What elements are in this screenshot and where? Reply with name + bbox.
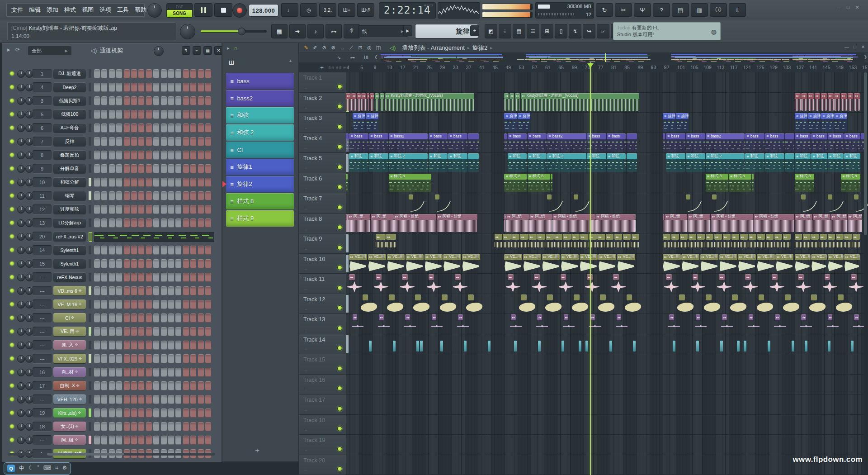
step-cell[interactable]	[168, 69, 174, 78]
step-cell[interactable]	[198, 314, 204, 323]
channel-preview-slot[interactable]	[89, 395, 91, 404]
channel-knob[interactable]	[17, 247, 25, 254]
step-cell[interactable]	[198, 368, 204, 377]
menu-5[interactable]: 选项	[99, 6, 111, 14]
track-enable-led[interactable]	[337, 144, 342, 149]
step-cell[interactable]	[168, 436, 174, 445]
step-cell[interactable]	[131, 124, 137, 133]
mixer-icon[interactable]: ☰	[527, 24, 539, 38]
channel-knob[interactable]	[17, 314, 25, 322]
step-cell[interactable]	[138, 151, 144, 160]
track-enable-led[interactable]	[337, 406, 342, 411]
step-cell[interactable]	[198, 124, 204, 133]
audio-clip[interactable]: ▸▸阿福 - 鼓组	[394, 214, 437, 233]
track-enable-led[interactable]	[337, 225, 342, 230]
step-cell[interactable]	[168, 368, 174, 377]
channel-button[interactable]: 和弦分解	[53, 177, 86, 187]
step-cell[interactable]	[146, 314, 152, 323]
step-cell[interactable]	[198, 246, 204, 255]
step-cell[interactable]	[190, 286, 196, 295]
pattern-clip[interactable]: ▸▸	[669, 314, 674, 333]
step-cell[interactable]	[116, 341, 122, 350]
audio-clip[interactable]: ▸▸	[380, 93, 384, 112]
audio-clip[interactable]: ▸▸	[528, 234, 536, 253]
channel-knob[interactable]	[25, 233, 33, 241]
pattern-clip[interactable]: ≣bass	[528, 133, 547, 152]
step-cell[interactable]	[161, 191, 167, 200]
audio-clip[interactable]: ▸▸	[503, 234, 510, 253]
step-cell[interactable]	[146, 273, 152, 282]
step-cell[interactable]	[175, 218, 181, 228]
track-name[interactable]: Track 3	[303, 115, 322, 121]
step-cell[interactable]	[190, 246, 196, 255]
download-icon[interactable]: ⇩	[729, 3, 746, 17]
audio-clip[interactable]	[488, 341, 491, 352]
channel-preview-slot[interactable]	[89, 246, 91, 254]
step-cell[interactable]	[168, 178, 174, 187]
audio-clip[interactable]	[585, 341, 588, 352]
pattern-item[interactable]: ≣旋律2	[226, 176, 294, 192]
audio-clip[interactable]: ▸▸	[346, 214, 347, 233]
track-name[interactable]: Track 18	[303, 417, 325, 423]
step-cell[interactable]	[198, 83, 204, 92]
track-name[interactable]: Track 4	[303, 135, 322, 142]
step-cell[interactable]	[116, 96, 122, 105]
audio-clip[interactable]: ▸▸	[367, 93, 369, 112]
step-cell[interactable]	[205, 395, 211, 404]
channel-number[interactable]: 10	[33, 177, 52, 187]
pattern-item[interactable]: ≣和弦 2	[226, 124, 294, 141]
quote-icon[interactable]: ”	[38, 465, 39, 472]
channel-enable-led[interactable]	[10, 384, 14, 388]
audio-clip[interactable]	[579, 341, 581, 352]
mute-tool-icon[interactable]: ⊗	[329, 44, 337, 52]
audio-clip[interactable]: ▸▸	[520, 234, 528, 253]
step-cell[interactable]	[175, 96, 181, 105]
step-cell[interactable]	[138, 341, 144, 350]
pattern-clip[interactable]: ▸▸	[828, 314, 833, 333]
audio-clip[interactable]	[416, 341, 419, 352]
step-cell[interactable]	[138, 327, 144, 336]
step-cell[interactable]	[190, 381, 196, 390]
audio-clip[interactable]: ▸▸	[571, 234, 579, 253]
track-options[interactable]: ⋯	[303, 166, 308, 171]
step-cell[interactable]	[198, 436, 204, 445]
step-cell[interactable]	[101, 178, 107, 187]
step-cell[interactable]	[116, 246, 122, 255]
audio-clip[interactable]: ▸▸	[844, 234, 852, 253]
pattern-clip[interactable]: ≣bass	[686, 133, 705, 152]
add-pattern-button[interactable]: +	[470, 25, 479, 36]
track-header[interactable]: Track 13⋯	[299, 314, 346, 334]
step-cell[interactable]	[131, 381, 137, 390]
track-name[interactable]: Track 13	[303, 316, 325, 323]
pattern-clip[interactable]: ≣和弦	[508, 153, 527, 172]
channel-number[interactable]: 20	[33, 232, 52, 241]
audio-clip[interactable]: ▸▸	[740, 234, 748, 253]
step-cell[interactable]	[198, 286, 204, 295]
track-header[interactable]: Track 3⋯	[299, 113, 346, 133]
pattern-item[interactable]: ≣bass	[226, 73, 294, 89]
pattern-clip[interactable]: ≣bass	[795, 133, 811, 152]
audio-clip[interactable]: ▸▸	[820, 234, 827, 253]
pattern-clip[interactable]: ≣bass	[811, 133, 827, 152]
step-cell[interactable]	[183, 246, 189, 255]
track-options[interactable]: ⋯	[303, 126, 308, 131]
step-cell[interactable]	[153, 110, 159, 119]
audio-clip[interactable]: ▸▸阿福 - 鼓组	[595, 214, 636, 233]
step-cell[interactable]	[190, 436, 196, 445]
step-cell[interactable]	[94, 381, 100, 390]
step-cell[interactable]	[116, 354, 122, 363]
channel-enable-led[interactable]	[10, 234, 14, 238]
step-cell[interactable]	[131, 408, 137, 418]
audio-clip[interactable]: ▸▸阿福 - 鼓组	[711, 214, 753, 233]
delete-tool-icon[interactable]: ⊘	[320, 44, 328, 52]
pattern-clip[interactable]: ≣bass	[844, 133, 860, 152]
step-cell[interactable]	[109, 83, 115, 92]
step-cell[interactable]	[146, 422, 152, 431]
step-cell[interactable]	[198, 327, 204, 336]
step-cell[interactable]	[198, 422, 204, 431]
project-title-panel[interactable]: [Cirno] Kirsty刘瑶睿 - 若把你-前奏缩减版.zip 1:14:0…	[7, 22, 176, 40]
audio-clip[interactable]: ▸▸	[632, 234, 639, 253]
pattern-clip[interactable]: ≣bass	[429, 133, 448, 152]
step-cell[interactable]	[138, 96, 144, 105]
step-cell[interactable]	[109, 286, 115, 295]
